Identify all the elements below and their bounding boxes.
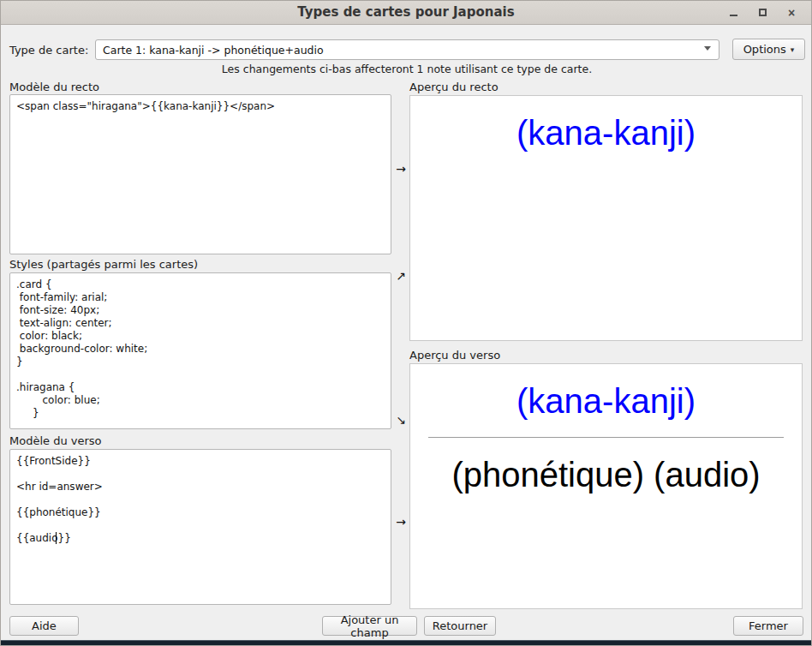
minimize-icon xyxy=(730,15,737,16)
front-card-render: (kana-kanji) xyxy=(410,96,802,153)
text-caret xyxy=(56,532,57,544)
front-preview-panel: (kana-kanji) xyxy=(409,95,803,341)
card-type-selected-value: Carte 1: kana-kanji -> phonétique+audio xyxy=(103,44,324,57)
affected-notes-notice: Les changements ci-bas affecteront 1 not… xyxy=(1,63,812,75)
styles-down-arrow-icon: ↘ xyxy=(393,413,409,427)
back-template-editor[interactable]: {{FrontSide}} <hr id=answer> {{phonétiqu… xyxy=(9,449,391,605)
front-template-editor[interactable]: <span class="hiragana">{{kana-kanji}}</s… xyxy=(9,94,391,254)
front-question-text: (kana-kanji) xyxy=(410,113,802,153)
chevron-down-icon xyxy=(704,46,711,51)
styles-up-arrow-icon: ↗ xyxy=(393,269,409,283)
answer-divider xyxy=(428,437,784,438)
front-map-arrow-icon: → xyxy=(393,162,409,176)
front-template-label: Modèle du recto xyxy=(9,81,99,93)
options-button-label: Options xyxy=(743,43,786,56)
back-preview-panel: (kana-kanji) (phonétique) (audio) xyxy=(409,363,803,609)
options-menu-arrow-icon: ▾ xyxy=(791,45,795,54)
flip-button-label: Retourner xyxy=(433,619,487,632)
back-question-text: (kana-kanji) xyxy=(410,381,802,421)
close-dialog-button[interactable]: Fermer xyxy=(733,616,803,636)
add-field-button-label: Ajouter un champ xyxy=(323,613,416,639)
options-button[interactable]: Options ▾ xyxy=(732,39,805,60)
card-type-label: Type de carte: xyxy=(9,44,88,57)
close-window-button[interactable]: × xyxy=(777,1,806,24)
window-title: Types de cartes pour Japonais xyxy=(1,1,811,24)
back-answer-text: (phonétique) (audio) xyxy=(410,455,802,494)
maximize-button[interactable] xyxy=(748,1,777,24)
close-dialog-button-label: Fermer xyxy=(749,619,788,632)
title-bar: Types de cartes pour Japonais × xyxy=(1,1,811,25)
back-template-label: Modèle du verso xyxy=(9,434,102,447)
back-card-render: (kana-kanji) (phonétique) (audio) xyxy=(410,364,802,494)
minimize-button[interactable] xyxy=(719,1,748,24)
window-bottom-edge xyxy=(1,640,811,645)
help-button-label: Aide xyxy=(32,619,57,632)
help-button[interactable]: Aide xyxy=(9,616,79,636)
card-types-dialog: Types de cartes pour Japonais × Type de … xyxy=(0,0,812,646)
window-controls: × xyxy=(719,1,806,24)
styles-label: Styles (partagés parmi les cartes) xyxy=(9,258,198,271)
front-preview-label: Aperçu du recto xyxy=(409,81,499,93)
add-field-button[interactable]: Ajouter un champ xyxy=(322,616,417,636)
back-map-arrow-icon: → xyxy=(393,515,409,529)
maximize-icon xyxy=(759,9,767,16)
card-type-select[interactable]: Carte 1: kana-kanji -> phonétique+audio xyxy=(95,39,719,60)
styles-editor[interactable]: .card { font-family: arial; font-size: 4… xyxy=(9,272,391,429)
close-icon: × xyxy=(788,7,795,19)
flip-button[interactable]: Retourner xyxy=(424,616,496,636)
back-preview-label: Aperçu du verso xyxy=(409,349,500,362)
